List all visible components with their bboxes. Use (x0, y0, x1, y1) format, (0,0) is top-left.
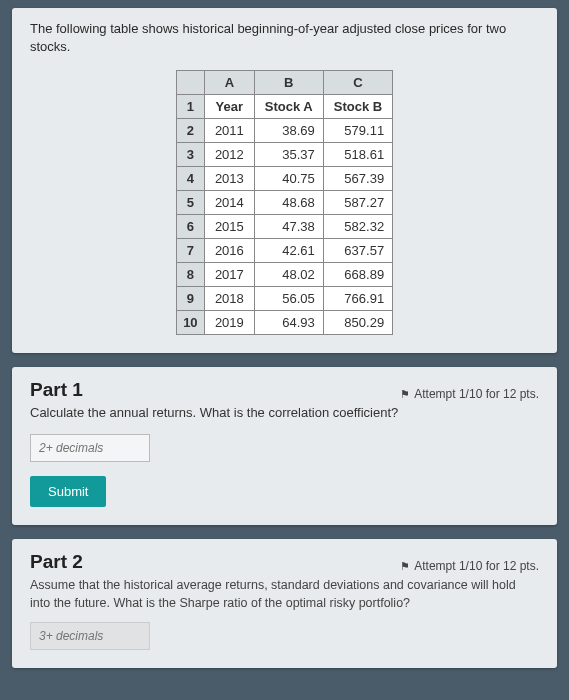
table-row: 5 2014 48.68 587.27 (176, 191, 392, 215)
prices-table: A B C 1 Year Stock A Stock B 2 2011 38.6… (176, 70, 393, 335)
part1-card: Part 1 ⚑ Attempt 1/10 for 12 pts. Calcul… (12, 367, 557, 525)
table-row: 2 2011 38.69 579.11 (176, 119, 392, 143)
table-row: 7 2016 42.61 637.57 (176, 239, 392, 263)
table-row: 4 2013 40.75 567.39 (176, 167, 392, 191)
part1-answer-input[interactable] (30, 434, 150, 462)
part2-attempt-text: Attempt 1/10 for 12 pts. (414, 559, 539, 573)
flag-icon: ⚑ (400, 560, 410, 573)
intro-card: The following table shows historical beg… (12, 8, 557, 353)
part2-card: Part 2 ⚑ Attempt 1/10 for 12 pts. Assume… (12, 539, 557, 668)
part2-title: Part 2 (30, 551, 83, 573)
part1-attempt-text: Attempt 1/10 for 12 pts. (414, 387, 539, 401)
col-head-a: A (204, 71, 254, 95)
submit-button[interactable]: Submit (30, 476, 106, 507)
table-wrap: A B C 1 Year Stock A Stock B 2 2011 38.6… (30, 70, 539, 335)
table-row: 1 Year Stock A Stock B (176, 95, 392, 119)
part2-desc: Assume that the historical average retur… (30, 577, 539, 612)
corner-cell (176, 71, 204, 95)
part1-desc: Calculate the annual returns. What is th… (30, 405, 539, 420)
col-head-c: C (323, 71, 392, 95)
intro-text: The following table shows historical beg… (30, 20, 539, 56)
table-row: 3 2012 35.37 518.61 (176, 143, 392, 167)
table-row: 10 2019 64.93 850.29 (176, 311, 392, 335)
part1-header: Part 1 ⚑ Attempt 1/10 for 12 pts. (30, 379, 539, 401)
flag-icon: ⚑ (400, 388, 410, 401)
part2-attempt: ⚑ Attempt 1/10 for 12 pts. (400, 559, 539, 573)
part1-title: Part 1 (30, 379, 83, 401)
part2-answer-input[interactable] (30, 622, 150, 650)
part1-attempt: ⚑ Attempt 1/10 for 12 pts. (400, 387, 539, 401)
table-row: 8 2017 48.02 668.89 (176, 263, 392, 287)
part2-header: Part 2 ⚑ Attempt 1/10 for 12 pts. (30, 551, 539, 573)
table-row: 9 2018 56.05 766.91 (176, 287, 392, 311)
table-row: 6 2015 47.38 582.32 (176, 215, 392, 239)
col-head-b: B (254, 71, 323, 95)
